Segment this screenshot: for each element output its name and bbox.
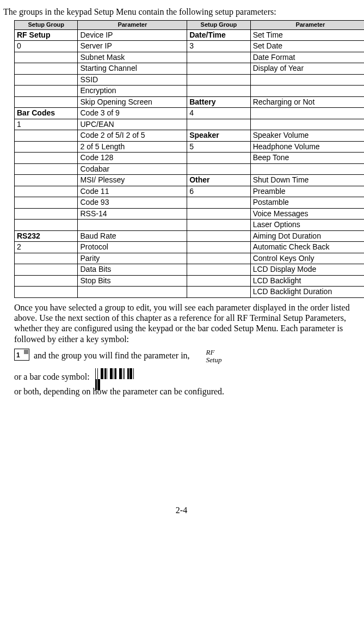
table-cell: Automatic Check Back: [250, 242, 364, 253]
table-cell: [187, 86, 250, 97]
table-cell: [187, 52, 250, 63]
table-cell: [187, 208, 250, 220]
closing-paragraph: or both, depending on how the parameter …: [14, 386, 362, 397]
table-cell: [187, 153, 250, 164]
table-cell: [15, 220, 78, 231]
table-row: RS232Baud RateAiming Dot Duration: [15, 230, 365, 242]
table-row: Starting ChannelDisplay of Year: [15, 63, 365, 75]
table-cell: Protocol: [78, 242, 187, 253]
table-cell: 5: [187, 141, 250, 153]
table-header-row: Setup Group Parameter Setup Group Parame…: [15, 21, 365, 30]
table-cell: Baud Rate: [78, 230, 187, 242]
table-cell: [187, 220, 250, 231]
table-cell: Beep Tone: [250, 153, 364, 164]
table-cell: [15, 163, 78, 175]
intro-text: The groups in the keypad Setup Menu cont…: [3, 7, 360, 17]
table-cell: [15, 186, 78, 197]
table-cell: [15, 175, 78, 186]
col-header: Setup Group: [187, 21, 250, 30]
table-cell: 1: [15, 119, 78, 130]
table-cell: LCD Display Mode: [250, 264, 364, 276]
table-cell: MSI/ Plessey: [78, 175, 187, 186]
table-row: Code 116Preamble: [15, 186, 365, 197]
table-cell: Code 128: [78, 153, 187, 164]
table-cell: Encryption: [78, 86, 187, 97]
table-cell: 6: [187, 186, 250, 197]
table-cell: RF Setup: [15, 29, 78, 41]
table-cell: [15, 197, 78, 209]
table-cell: Shut Down Time: [250, 175, 364, 186]
table-cell: Starting Channel: [78, 63, 187, 75]
table-cell: [187, 287, 250, 298]
table-cell: 2 of 5 Length: [78, 141, 187, 153]
table-cell: RS232: [15, 230, 78, 242]
table-cell: [15, 264, 78, 276]
table-row: 2 of 5 Length5Headphone Volume: [15, 141, 365, 153]
table-row: ParityControl Keys Only: [15, 253, 365, 264]
table-row: Code 128Beep Tone: [15, 153, 365, 164]
table-row: LCD Backlight Duration: [15, 287, 365, 298]
barcode-line-text: or a bar code symbol:: [14, 372, 92, 381]
table-cell: Parity: [78, 253, 187, 264]
table-cell: [15, 287, 78, 298]
table-cell: Code 11: [78, 186, 187, 197]
table-row: Skip Opening ScreenBatteryRecharging or …: [15, 96, 365, 108]
table-cell: [78, 220, 187, 231]
table-cell: [15, 253, 78, 264]
table-cell: [250, 108, 364, 119]
rf-setup-label: RFSetup: [206, 349, 222, 363]
table-cell: [187, 275, 250, 287]
table-cell: Stop Bits: [78, 275, 187, 287]
table-cell: Control Keys Only: [250, 253, 364, 264]
keypad-key-number: 1: [16, 351, 20, 359]
table-row: Laser Options: [15, 220, 365, 231]
table-cell: [187, 63, 250, 75]
table-cell: 0: [15, 41, 78, 52]
table-cell: [187, 242, 250, 253]
table-cell: [187, 197, 250, 209]
table-cell: [15, 74, 78, 86]
table-row: Codabar: [15, 163, 365, 175]
table-cell: Code 93: [78, 197, 187, 209]
table-cell: Code 2 of 5/I 2 of 5: [78, 130, 187, 142]
table-row: Stop BitsLCD Backlight: [15, 275, 365, 287]
table-cell: Speaker: [187, 130, 250, 142]
keypad-key-icon: 1: [14, 349, 29, 361]
key-line-text: and the group you will find the paramete…: [32, 351, 192, 360]
col-header: Parameter: [78, 21, 187, 30]
table-row: RSS-14Voice Messages: [15, 208, 365, 220]
keypad-key-corner-icon: [24, 350, 28, 354]
table-row: Encryption: [15, 86, 365, 97]
table-row: 0Server IP3Set Date: [15, 41, 365, 52]
table-cell: Codabar: [78, 163, 187, 175]
table-cell: Laser Options: [250, 220, 364, 231]
table-cell: Code 3 of 9: [78, 108, 187, 119]
table-cell: Device IP: [78, 29, 187, 41]
instruction-paragraph: Once you have selected a group to edit, …: [14, 302, 362, 344]
table-cell: Set Date: [250, 41, 364, 52]
table-cell: RSS-14: [78, 208, 187, 220]
table-row: SSID: [15, 74, 365, 86]
table-cell: [15, 130, 78, 142]
table-cell: Date Format: [250, 52, 364, 63]
table-row: Subnet MaskDate Format: [15, 52, 365, 63]
table-cell: [250, 86, 364, 97]
table-cell: Date/Time: [187, 29, 250, 41]
table-row: RF SetupDevice IPDate/TimeSet Time: [15, 29, 365, 41]
table-row: 1UPC/EAN: [15, 119, 365, 130]
page-number: 2-4: [3, 506, 360, 515]
table-cell: Set Time: [250, 29, 364, 41]
table-cell: 3: [187, 41, 250, 52]
table-row: Bar CodesCode 3 of 94: [15, 108, 365, 119]
table-cell: Postamble: [250, 197, 364, 209]
table-row: 2ProtocolAutomatic Check Back: [15, 242, 365, 253]
table-cell: [187, 74, 250, 86]
table-cell: [15, 153, 78, 164]
barcode-symbol-line: or a bar code symbol:: [14, 368, 362, 382]
key-symbol-line: 1 and the group you will find the parame…: [14, 349, 362, 364]
table-cell: Aiming Dot Duration: [250, 230, 364, 242]
table-cell: 2: [15, 242, 78, 253]
table-cell: [15, 86, 78, 97]
table-cell: 4: [187, 108, 250, 119]
table-cell: [187, 163, 250, 175]
